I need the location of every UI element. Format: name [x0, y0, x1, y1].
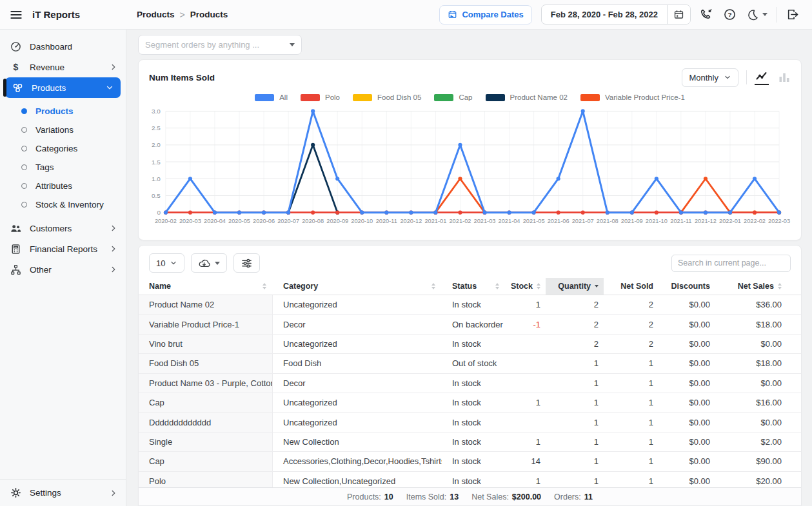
legend-item[interactable]: Food Dish 05 [353, 93, 421, 101]
column-label: Category [283, 282, 318, 291]
cell-net-sold: 1 [604, 393, 659, 412]
cell-status: In stock [442, 335, 506, 353]
cell-net-sold: 1 [604, 354, 659, 373]
sidebar-item-settings[interactable]: Settings [0, 479, 126, 506]
breadcrumb: Products > Products [137, 10, 228, 20]
segment-select[interactable] [138, 35, 302, 55]
summary-value: 10 [384, 492, 393, 501]
column-label: Net Sales [738, 282, 774, 291]
summary-label: Products: [347, 492, 381, 501]
calendar-icon [673, 9, 684, 20]
settings-icon [10, 487, 22, 499]
breadcrumb-section[interactable]: Products [137, 10, 175, 19]
column-header-name[interactable]: Name [139, 278, 273, 295]
bar-chart-icon[interactable] [778, 71, 791, 84]
cell-name: Single [139, 433, 273, 451]
cloud-download-icon [198, 257, 210, 269]
calendar-button[interactable] [667, 5, 690, 24]
svg-text:2020-08: 2020-08 [302, 218, 324, 224]
sidebar-item-revenue[interactable]: $ Revenue [0, 57, 126, 77]
column-header-quantity[interactable]: Quantity [546, 278, 604, 295]
cell-net-sales: $0.00 [715, 374, 801, 393]
column-header-net-sales[interactable]: Net Sales [715, 278, 801, 295]
cell-category: Accessories,Clothing,Decor,Hoodies,Tshir… [273, 452, 442, 471]
other-icon [10, 264, 22, 276]
export-button[interactable] [191, 253, 227, 273]
summary-value: 13 [450, 492, 459, 501]
legend-item[interactable]: Cap [434, 93, 472, 101]
cell-net-sales: $36.00 [715, 295, 801, 314]
chart-type-toggle [755, 70, 791, 85]
cell-discounts: $0.00 [659, 472, 715, 487]
line-chart-icon[interactable] [755, 70, 769, 85]
sidebar-item-products[interactable]: Products [5, 77, 121, 98]
cell-status: Out of stock [442, 354, 506, 373]
interval-select[interactable]: Monthly [682, 68, 738, 87]
table-row: Product Name 02UncategorizedIn stock122$… [139, 295, 801, 315]
cell-status: In stock [442, 393, 506, 412]
sidebar-subitem-categories[interactable]: Categories [0, 139, 126, 158]
legend-item[interactable]: Polo [301, 93, 340, 101]
summary-orders: Orders: 11 [554, 492, 593, 501]
products-table-card: 10 Name [138, 245, 802, 506]
hamburger-icon[interactable] [9, 8, 23, 22]
logout-icon[interactable] [786, 8, 800, 22]
cell-quantity: 2 [546, 315, 604, 333]
legend-item[interactable]: All [255, 93, 288, 101]
column-header-category[interactable]: Category [273, 278, 442, 295]
legend-item[interactable]: Variable Product Price-1 [580, 93, 685, 101]
column-header-status[interactable]: Status [442, 278, 506, 295]
svg-text:2022-03: 2022-03 [768, 218, 790, 224]
sort-icon [431, 283, 435, 289]
phone-incoming-icon[interactable] [700, 8, 714, 22]
help-icon[interactable]: ? [723, 8, 737, 22]
cell-category: Uncategorized [273, 335, 442, 353]
theme-toggle[interactable] [746, 8, 767, 22]
column-header-discounts[interactable]: Discounts [659, 278, 715, 295]
cell-status: In stock [442, 413, 506, 431]
column-header-net-sold[interactable]: Net Sold [604, 278, 659, 295]
sidebar-item-financial-reports[interactable]: Financial Reports [0, 238, 126, 259]
sidebar-subitem-tags[interactable]: Tags [0, 158, 126, 177]
sidebar-subitem-variations[interactable]: Variations [0, 121, 126, 139]
svg-text:2020-11: 2020-11 [376, 218, 397, 224]
date-range-value[interactable]: Feb 28, 2020 - Feb 28, 2022 [542, 5, 667, 24]
svg-text:2021-05: 2021-05 [523, 218, 545, 224]
cell-quantity: 1 [546, 393, 604, 412]
table-controls: 10 [139, 246, 801, 278]
chevron-right-icon [109, 489, 118, 498]
page-size-select[interactable]: 10 [149, 253, 184, 273]
cell-net-sales: $0.00 [715, 413, 801, 431]
svg-text:2020-06: 2020-06 [253, 218, 275, 224]
legend-item[interactable]: Product Name 02 [486, 93, 568, 101]
sort-icon [495, 283, 499, 289]
cell-status: In stock [442, 452, 506, 471]
sidebar-item-customers[interactable]: Customers [0, 218, 126, 238]
cell-discounts: $0.00 [659, 335, 715, 353]
chart-title: Num Items Sold [149, 73, 215, 83]
sidebar-subitem-stock-inventory[interactable]: Stock & Inventory [0, 195, 126, 214]
sidebar-item-dashboard[interactable]: Dashboard [0, 36, 126, 57]
filter-button[interactable] [233, 253, 260, 273]
cell-quantity: 1 [546, 354, 604, 373]
legend-label: Polo [325, 93, 340, 101]
sidebar-subitem-products[interactable]: Products [0, 102, 126, 121]
interval-value: Monthly [689, 73, 718, 83]
sort-icon-active [595, 285, 599, 287]
compare-dates-button[interactable]: Compare Dates [439, 5, 531, 24]
svg-text:2020-03: 2020-03 [179, 218, 201, 224]
cell-discounts: $0.00 [659, 393, 715, 412]
cell-name: Cap [139, 393, 273, 412]
sidebar-item-other[interactable]: Other [0, 259, 126, 280]
svg-text:2021-09: 2021-09 [621, 218, 643, 224]
summary-products: Products: 10 [347, 492, 393, 501]
table-search-input[interactable] [678, 258, 784, 268]
cell-stock [506, 354, 546, 373]
column-header-stock[interactable]: Stock [506, 278, 546, 295]
segment-input[interactable] [145, 40, 290, 50]
svg-text:1.5: 1.5 [152, 159, 161, 166]
sidebar-subitem-label: Categories [35, 144, 77, 153]
sidebar-subitem-attributes[interactable]: Attributes [0, 177, 126, 195]
cell-status: In stock [442, 433, 506, 451]
cell-name: Polo [139, 472, 273, 487]
